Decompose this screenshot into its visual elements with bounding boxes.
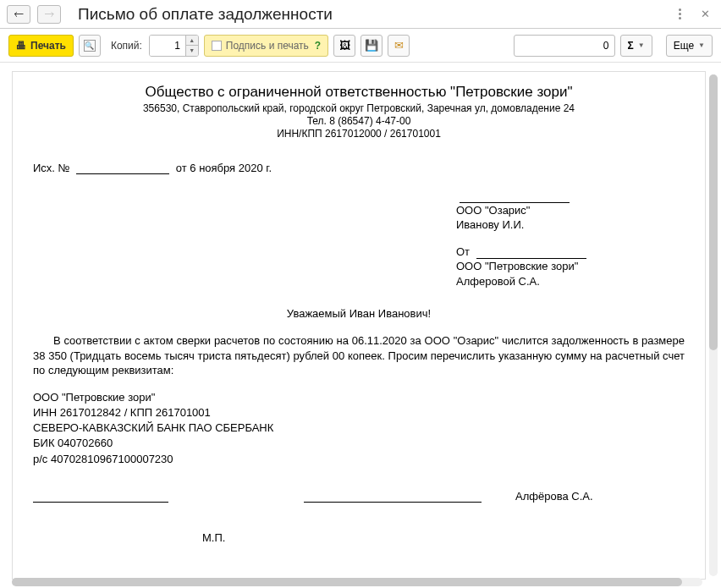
- req-acct: р/с 40702810967100007230: [33, 452, 685, 467]
- sigma-button[interactable]: Σ ▼: [620, 35, 652, 57]
- save-button[interactable]: 💾: [360, 35, 383, 57]
- stamp-label: М.П.: [202, 531, 685, 544]
- scroll-thumb-h[interactable]: [12, 578, 682, 586]
- more-button[interactable]: Еще ▼: [666, 35, 713, 57]
- print-button[interactable]: 🖶 Печать: [8, 35, 74, 57]
- titlebar: 🡐 🡒 Письмо об оплате задолженности ✕: [0, 0, 721, 29]
- printer-icon: 🖶: [16, 40, 26, 52]
- req-org: ООО "Петровские зори": [33, 390, 685, 405]
- from-label: От: [456, 245, 470, 258]
- to-org: ООО "Озарис": [456, 203, 685, 218]
- sum-field[interactable]: 0: [514, 35, 615, 57]
- to-blank-line: [460, 191, 570, 203]
- close-button[interactable]: ✕: [696, 5, 714, 24]
- signature-row: Алфёрова С.А.: [33, 489, 685, 503]
- signer-name: Алфёрова С.А.: [515, 490, 593, 503]
- vertical-scrollbar[interactable]: [709, 74, 718, 576]
- help-icon: ?: [315, 40, 321, 52]
- requisites-block: ООО "Петровские зори" ИНН 2617012842 / К…: [33, 390, 685, 467]
- copies-label: Копий:: [111, 40, 142, 52]
- out-date-prefix: от: [176, 162, 187, 174]
- sign-and-print-label: Подпись и печать: [226, 40, 309, 52]
- preview-button[interactable]: 🔍: [79, 35, 101, 57]
- req-inn: ИНН 2617012842 / КПП 261701001: [33, 405, 685, 420]
- copies-up[interactable]: ▲: [186, 36, 198, 46]
- document-page[interactable]: Общество с ограниченной ответственностью…: [12, 71, 706, 580]
- copies-spinner[interactable]: ▲ ▼: [149, 35, 199, 57]
- envelope-icon: ✉: [394, 39, 404, 52]
- body-paragraph: В соответствии с актом сверки расчетов п…: [33, 333, 685, 378]
- nav-forward-button[interactable]: 🡒: [37, 5, 61, 24]
- out-number-blank: [76, 162, 169, 174]
- floppy-icon: 💾: [365, 39, 378, 52]
- recipient-block: ООО "Озарис" Иванову И.И. От ООО "Петров…: [456, 188, 685, 289]
- signature-line-right: [304, 489, 482, 503]
- req-bik: БИК 040702660: [33, 436, 685, 451]
- signature-line-left: [33, 489, 168, 503]
- checkbox-icon: [212, 41, 222, 51]
- scroll-thumb-v[interactable]: [709, 74, 718, 350]
- from-person: Алферовой С.А.: [456, 274, 685, 289]
- org-inn-kpp: ИНН/КПП 2617012000 / 261701001: [33, 128, 685, 140]
- picture-icon: 🖼: [339, 39, 350, 52]
- req-bank: СЕВЕРО-КАВКАЗСКИЙ БАНК ПАО СБЕРБАНК: [33, 420, 685, 436]
- org-address: 356530, Ставропольский край, городской о…: [33, 102, 685, 114]
- from-org: ООО "Петровские зори": [456, 259, 685, 274]
- out-prefix: Исх. №: [33, 162, 70, 174]
- copies-input[interactable]: [150, 36, 185, 56]
- magnifier-icon: 🔍: [84, 40, 96, 52]
- document-viewport: Общество с ограниченной ответственностью…: [0, 63, 721, 588]
- window-title: Письмо об оплате задолженности: [78, 5, 663, 24]
- nav-back-button[interactable]: 🡐: [7, 5, 30, 24]
- dropdown-icon: ▼: [638, 41, 645, 49]
- email-button[interactable]: ✉: [388, 35, 410, 57]
- outgoing-line: Исх. № от 6 ноября 2020 г.: [33, 162, 685, 174]
- org-name: Общество с ограниченной ответственностью…: [33, 84, 685, 101]
- sigma-icon: Σ: [628, 40, 634, 52]
- horizontal-scrollbar[interactable]: [12, 578, 702, 586]
- sign-and-print-button[interactable]: Подпись и печать ?: [204, 35, 328, 57]
- copies-down[interactable]: ▼: [186, 46, 198, 56]
- org-phone: Тел. 8 (86547) 4-47-00: [33, 115, 685, 127]
- salutation: Уважаемый Иван Иванович!: [33, 307, 685, 320]
- kebab-menu-icon[interactable]: [670, 5, 689, 24]
- sum-value: 0: [603, 40, 609, 52]
- export-image-button[interactable]: 🖼: [333, 35, 355, 57]
- to-person: Иванову И.И.: [456, 217, 685, 233]
- body-text: В соответствии с актом сверки расчетов п…: [33, 334, 685, 376]
- print-button-label: Печать: [30, 40, 66, 52]
- toolbar: 🖶 Печать 🔍 Копий: ▲ ▼ Подпись и печать ?…: [0, 29, 721, 63]
- more-label: Еще: [674, 40, 694, 52]
- out-date: 6 ноября 2020 г.: [190, 162, 272, 174]
- from-blank-line: [476, 247, 586, 259]
- dropdown-icon: ▼: [698, 41, 705, 49]
